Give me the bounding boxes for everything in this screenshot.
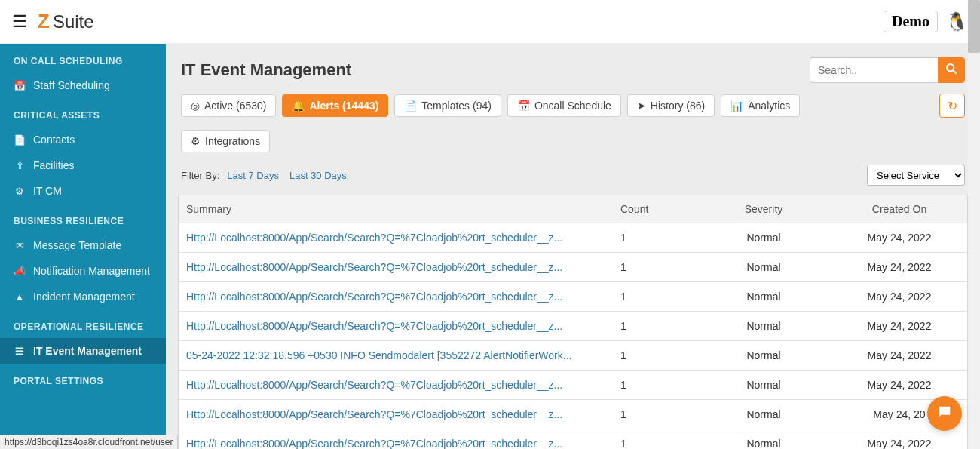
sidebar-item-notification-management[interactable]: 📣 Notification Management xyxy=(0,258,166,284)
cell-summary[interactable]: Http://Localhost:8000/App/Search/Search?… xyxy=(179,253,613,282)
col-header-count[interactable]: Count xyxy=(613,195,696,223)
tabs-row: ◎ Active (6530) 🔔 Alerts (14443) 📄 Templ… xyxy=(166,94,980,160)
cell-summary[interactable]: Http://Localhost:8000/App/Search/Search?… xyxy=(179,223,613,253)
browser-status-url: https://d3boqi1zs4oa8r.cloudfront.net/us… xyxy=(0,435,178,449)
page-scrollbar-thumb[interactable] xyxy=(968,0,980,53)
filter-last-30-days[interactable]: Last 30 Days xyxy=(289,170,347,181)
sidebar-item-message-template[interactable]: ✉ Message Template xyxy=(0,232,166,258)
table-header-row: Summary Count Severity Created On xyxy=(179,195,967,223)
col-header-severity[interactable]: Severity xyxy=(696,195,831,223)
main-content: IT Event Management ◎ Active (6530) 🔔 Al… xyxy=(166,44,980,449)
chat-icon xyxy=(936,404,953,424)
demo-badge: Demo xyxy=(884,11,938,32)
sidebar-heading-business: BUSINESS RESILIENCE xyxy=(0,204,166,232)
search-input[interactable] xyxy=(810,57,938,83)
tab-analytics[interactable]: 📊 Analytics xyxy=(721,94,800,117)
tab-label: Analytics xyxy=(748,100,790,112)
contacts-icon: 📄 xyxy=(14,134,26,146)
tab-label: History (86) xyxy=(651,100,705,112)
table-row[interactable]: Http://Localhost:8000/App/Search/Search?… xyxy=(179,371,967,400)
sidebar-heading-oncall: ON CALL SCHEDULING xyxy=(0,44,166,72)
cell-summary[interactable]: Http://Localhost:8000/App/Search/Search?… xyxy=(179,400,613,429)
sidebar-item-it-event-management[interactable]: ☰ IT Event Management xyxy=(0,338,166,364)
cell-summary[interactable]: Http://Localhost:8000/App/Search/Search?… xyxy=(179,282,613,312)
search-icon xyxy=(945,63,957,78)
topbar: ☰ Z Suite Demo 🐧 xyxy=(0,0,980,44)
cell-severity: Normal xyxy=(696,341,831,371)
svg-point-0 xyxy=(947,64,954,71)
tab-history[interactable]: ➤ History (86) xyxy=(627,94,715,117)
cell-severity: Normal xyxy=(696,371,831,400)
tab-active[interactable]: ◎ Active (6530) xyxy=(181,94,276,117)
cell-severity: Normal xyxy=(696,282,831,312)
sidebar-item-label: IT CM xyxy=(33,185,62,197)
cell-summary[interactable]: Http://Localhost:8000/App/Search/Search?… xyxy=(179,371,613,400)
sidebar-item-contacts[interactable]: 📄 Contacts xyxy=(0,127,166,152)
app-logo[interactable]: Z Suite xyxy=(38,10,94,33)
cell-count: 1 xyxy=(613,400,696,429)
service-select[interactable]: Select Service xyxy=(867,165,965,186)
tab-integrations[interactable]: ⚙ Integrations xyxy=(181,130,270,152)
cell-count: 1 xyxy=(613,282,696,312)
tab-oncall-schedule[interactable]: 📅 Oncall Schedule xyxy=(507,94,621,117)
sidebar-heading-critical: CRITICAL ASSETS xyxy=(0,98,166,127)
sidebar-item-itcm[interactable]: ⚙ IT CM xyxy=(0,178,166,204)
sidebar-item-staff-scheduling[interactable]: 📅 Staff Scheduling xyxy=(0,72,166,98)
filter-last-7-days[interactable]: Last 7 Days xyxy=(227,170,279,181)
megaphone-icon: 📣 xyxy=(14,266,26,277)
message-icon: ✉ xyxy=(14,240,26,251)
table-row[interactable]: Http://Localhost:8000/App/Search/Search?… xyxy=(179,312,967,341)
cell-severity: Normal xyxy=(696,312,831,341)
network-icon: ⚙ xyxy=(14,186,26,197)
menu-toggle-icon[interactable]: ☰ xyxy=(12,12,27,32)
sidebar-item-label: Incident Management xyxy=(33,291,135,303)
upload-icon: ⇧ xyxy=(14,160,26,171)
sidebar-item-label: Notification Management xyxy=(33,265,150,277)
sidebar-item-label: IT Event Management xyxy=(33,345,142,357)
cell-summary[interactable]: Http://Localhost:8000/App/Search/Search?… xyxy=(179,312,613,341)
sidebar-item-label: Message Template xyxy=(33,239,121,251)
table-row[interactable]: Http://Localhost:8000/App/Search/Search?… xyxy=(179,282,967,312)
cell-summary[interactable]: 05-24-2022 12:32:18.596 +0530 INFO Sendm… xyxy=(179,341,613,371)
tab-alerts[interactable]: 🔔 Alerts (14443) xyxy=(282,94,388,117)
table-row[interactable]: Http://Localhost:8000/App/Search/Search?… xyxy=(179,429,967,450)
filter-row: Filter By: Last 7 Days Last 30 Days Sele… xyxy=(166,160,980,190)
tab-label: Templates (94) xyxy=(421,100,492,112)
reload-button[interactable]: ↻ xyxy=(939,94,965,118)
col-header-created[interactable]: Created On xyxy=(831,195,967,223)
table-row[interactable]: 05-24-2022 12:32:18.596 +0530 INFO Sendm… xyxy=(179,341,967,371)
target-icon: ◎ xyxy=(191,100,200,112)
tab-label: Active (6530) xyxy=(204,100,266,112)
user-avatar-icon[interactable]: 🐧 xyxy=(945,11,968,32)
sidebar-item-incident-management[interactable]: ▲ Incident Management xyxy=(0,284,166,309)
col-header-summary[interactable]: Summary xyxy=(179,195,613,223)
cell-created: May 24, 2022 xyxy=(831,253,967,282)
table-row[interactable]: Http://Localhost:8000/App/Search/Search?… xyxy=(179,223,967,253)
svg-line-1 xyxy=(953,70,957,74)
sidebar-item-facilities[interactable]: ⇧ Facilities xyxy=(0,152,166,178)
cell-created: May 24, 2022 xyxy=(831,282,967,312)
logo-mark-icon: Z xyxy=(38,10,50,33)
cell-created: May 24, 2022 xyxy=(831,429,967,450)
grid-icon: 📅 xyxy=(517,100,530,112)
cell-summary[interactable]: Http://Localhost:8000/App/Search/Search?… xyxy=(179,429,613,450)
cell-created: May 24, 2022 xyxy=(831,223,967,253)
reload-icon: ↻ xyxy=(948,99,957,113)
table-row[interactable]: Http://Localhost:8000/App/Search/Search?… xyxy=(179,400,967,429)
cell-count: 1 xyxy=(613,253,696,282)
sidebar-heading-portal: PORTAL SETTINGS xyxy=(0,364,166,392)
chat-fab[interactable] xyxy=(927,396,962,431)
cell-created: May 24, 2022 xyxy=(831,341,967,371)
sidebar: ON CALL SCHEDULING 📅 Staff Scheduling CR… xyxy=(0,44,166,449)
warning-icon: ▲ xyxy=(14,291,26,303)
search-button[interactable] xyxy=(938,57,965,83)
list-icon: ☰ xyxy=(14,346,26,357)
sidebar-item-label: Facilities xyxy=(33,159,74,171)
page-scrollbar[interactable] xyxy=(968,0,980,449)
filter-label: Filter By: xyxy=(181,170,219,181)
table-row[interactable]: Http://Localhost:8000/App/Search/Search?… xyxy=(179,253,967,282)
tab-templates[interactable]: 📄 Templates (94) xyxy=(394,94,501,117)
chart-icon: 📊 xyxy=(730,100,743,112)
gears-icon: ⚙ xyxy=(191,135,201,147)
cell-count: 1 xyxy=(613,341,696,371)
